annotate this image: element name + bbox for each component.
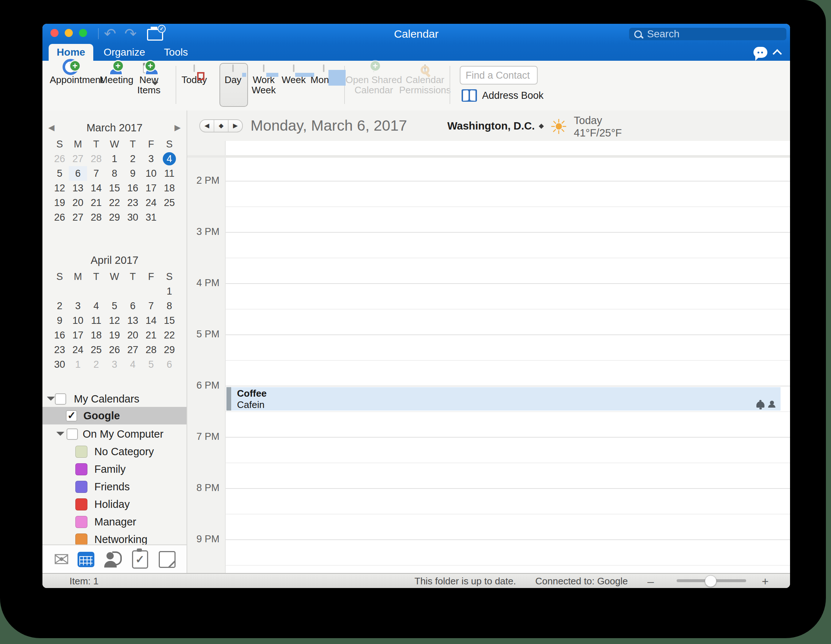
mini-cal-day[interactable]: 2 bbox=[124, 151, 142, 166]
mini-cal-day[interactable]: 15 bbox=[160, 313, 178, 328]
view-week-button[interactable]: Week bbox=[281, 65, 307, 85]
mini-cal-day[interactable]: 30 bbox=[124, 210, 142, 225]
mini-cal-day[interactable]: 24 bbox=[142, 195, 160, 210]
mini-cal-day[interactable]: 27 bbox=[124, 343, 142, 357]
mini-cal-day[interactable]: 30 bbox=[51, 357, 69, 372]
tab-organize[interactable]: Organize bbox=[102, 44, 146, 61]
mini-cal-day[interactable]: 27 bbox=[69, 210, 87, 225]
mini-cal-day[interactable]: 2 bbox=[51, 298, 69, 313]
mini-cal-day[interactable]: 26 bbox=[51, 210, 69, 225]
on-my-computer-checkbox[interactable] bbox=[67, 429, 78, 440]
mini-cal-day[interactable]: 7 bbox=[142, 298, 160, 313]
mini-cal-day[interactable]: 25 bbox=[87, 343, 105, 357]
mini-cal-day[interactable]: 6 bbox=[69, 166, 87, 181]
mini-cal-day[interactable]: 28 bbox=[87, 210, 105, 225]
tasks-module-button[interactable] bbox=[129, 545, 151, 574]
calendar-permissions-button[interactable]: Calendar Permissions bbox=[396, 65, 454, 95]
mini-cal-day[interactable]: 14 bbox=[142, 313, 160, 328]
mini-cal-day[interactable]: 1 bbox=[160, 284, 178, 298]
mail-module-button[interactable] bbox=[51, 545, 72, 574]
mini-cal-day[interactable]: 17 bbox=[69, 328, 87, 343]
mini-cal-day[interactable]: 1 bbox=[69, 357, 87, 372]
mini-cal-day[interactable]: 16 bbox=[124, 181, 142, 195]
mini-cal-day[interactable]: 5 bbox=[51, 166, 69, 181]
mini-cal-day[interactable]: 24 bbox=[69, 343, 87, 357]
google-checkbox[interactable] bbox=[66, 410, 77, 421]
mini-cal-day[interactable]: 17 bbox=[142, 181, 160, 195]
mini-cal-day[interactable]: 13 bbox=[69, 181, 87, 195]
address-book-button[interactable]: Address Book bbox=[462, 89, 543, 102]
disclosure-triangle-icon[interactable] bbox=[47, 397, 55, 405]
mini-cal-day[interactable]: 8 bbox=[105, 166, 124, 181]
next-month-icon[interactable]: ▶ bbox=[175, 120, 181, 135]
mini-cal-day[interactable]: 14 bbox=[87, 181, 105, 195]
search-box[interactable] bbox=[629, 28, 786, 40]
mini-cal-day[interactable]: 2 bbox=[87, 357, 105, 372]
category-item[interactable]: Networking bbox=[43, 531, 186, 545]
zoom-slider-thumb[interactable] bbox=[705, 575, 716, 587]
mini-cal-day[interactable]: 25 bbox=[160, 195, 178, 210]
category-item[interactable]: Family bbox=[43, 460, 186, 478]
disclosure-triangle-icon[interactable] bbox=[56, 432, 64, 440]
mini-cal-day[interactable]: 27 bbox=[69, 151, 87, 166]
mini-cal-day[interactable]: 7 bbox=[87, 166, 105, 181]
mini-cal-day[interactable]: 9 bbox=[124, 166, 142, 181]
zoom-out-button[interactable]: – bbox=[644, 575, 657, 588]
open-shared-calendar-button[interactable]: Open Shared Calendar bbox=[345, 65, 403, 95]
event-coffee[interactable]: Coffee Cafein bbox=[226, 387, 780, 411]
mini-cal-day[interactable]: 11 bbox=[160, 166, 178, 181]
mini-cal-day[interactable]: 15 bbox=[105, 181, 124, 195]
zoom-in-button[interactable]: + bbox=[759, 575, 772, 588]
previous-month-icon[interactable]: ◀ bbox=[48, 120, 54, 135]
mini-cal-day[interactable]: 8 bbox=[160, 298, 178, 313]
tab-tools[interactable]: Tools bbox=[163, 44, 189, 61]
mini-cal-day[interactable]: 4 bbox=[124, 357, 142, 372]
mini-cal-day[interactable]: 6 bbox=[124, 298, 142, 313]
mini-cal-day[interactable]: 1 bbox=[105, 151, 124, 166]
tab-home[interactable]: Home bbox=[49, 44, 93, 61]
mini-cal-day[interactable]: 4 bbox=[87, 298, 105, 313]
view-day-button[interactable]: Day bbox=[222, 65, 244, 85]
mini-cal-day[interactable]: 26 bbox=[105, 343, 124, 357]
notes-module-button[interactable] bbox=[156, 545, 178, 574]
contacts-module-button[interactable] bbox=[102, 545, 124, 574]
mini-cal-day[interactable]: 5 bbox=[142, 357, 160, 372]
mini-cal-day[interactable]: 31 bbox=[142, 210, 160, 225]
mini-cal-day[interactable]: 11 bbox=[87, 313, 105, 328]
mini-cal-day[interactable]: 10 bbox=[142, 166, 160, 181]
mini-cal-day[interactable]: 29 bbox=[160, 343, 178, 357]
location-selector-icon[interactable] bbox=[538, 121, 544, 132]
today-button[interactable]: Today bbox=[181, 65, 207, 85]
mini-cal-day[interactable]: 20 bbox=[69, 195, 87, 210]
mini-cal-day[interactable]: 13 bbox=[124, 313, 142, 328]
category-item[interactable]: Holiday bbox=[43, 496, 186, 513]
mini-cal-day[interactable]: 20 bbox=[124, 328, 142, 343]
mini-cal-day[interactable]: 4 bbox=[160, 151, 178, 166]
mini-cal-day[interactable]: 28 bbox=[87, 151, 105, 166]
mini-cal-day[interactable]: 3 bbox=[105, 357, 124, 372]
mini-cal-day[interactable]: 9 bbox=[51, 313, 69, 328]
previous-day-button[interactable]: ◀ bbox=[200, 120, 214, 132]
day-grid[interactable]: 2 PM3 PM4 PM5 PM6 PM7 PM8 PM9 PM Coffee … bbox=[187, 141, 790, 574]
mini-cal-day[interactable]: 6 bbox=[160, 357, 178, 372]
next-day-button[interactable]: ▶ bbox=[229, 120, 242, 132]
mini-cal-day[interactable]: 5 bbox=[105, 298, 124, 313]
category-item[interactable]: Friends bbox=[43, 478, 186, 496]
calendar-group-on-my-computer[interactable]: On My Computer bbox=[43, 425, 186, 443]
mini-cal-day[interactable]: 19 bbox=[51, 195, 69, 210]
feedback-bubble-icon[interactable] bbox=[753, 47, 767, 58]
category-item[interactable]: No Category bbox=[43, 443, 186, 460]
mini-cal-day[interactable]: 3 bbox=[142, 151, 160, 166]
mini-cal-day[interactable]: 22 bbox=[105, 195, 124, 210]
new-items-button[interactable]: New Items bbox=[132, 65, 165, 95]
mini-cal-day[interactable]: 12 bbox=[105, 313, 124, 328]
go-to-date-button[interactable]: ◆ bbox=[214, 120, 229, 132]
category-item[interactable]: Manager bbox=[43, 513, 186, 531]
mini-cal-day[interactable]: 26 bbox=[51, 151, 69, 166]
find-contact-box[interactable] bbox=[460, 66, 538, 84]
find-contact-input[interactable] bbox=[465, 70, 532, 81]
calendar-group-my-calendars[interactable]: My Calendars bbox=[43, 390, 186, 408]
mini-cal-day[interactable]: 16 bbox=[51, 328, 69, 343]
calendar-module-button[interactable] bbox=[75, 545, 97, 574]
mini-cal-day[interactable]: 18 bbox=[160, 181, 178, 195]
